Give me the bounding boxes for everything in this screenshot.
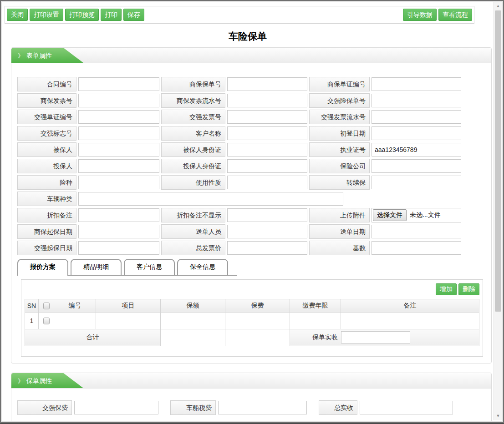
add-row-button[interactable]: 增加: [436, 283, 457, 295]
commercial-policy-no-input[interactable]: [227, 77, 307, 91]
form-properties-header: 》表单属性: [11, 48, 491, 63]
applicant-input[interactable]: [78, 159, 159, 173]
contract-no-input[interactable]: [78, 77, 159, 91]
commercial-cert-no-input[interactable]: [372, 77, 461, 91]
table-action-buttons: 增加 删除: [25, 283, 479, 295]
print-preview-button[interactable]: 打印预览: [65, 9, 99, 21]
vehicle-type-input[interactable]: [78, 192, 343, 206]
practice-cert-no-input[interactable]: [372, 143, 461, 156]
row-checkbox[interactable]: [43, 318, 50, 324]
quote-table: SN 编号 项目 保额 保费 缴费年限 备注 1: [25, 299, 479, 346]
cell-select: [39, 312, 54, 329]
guide-data-button[interactable]: 引导数据: [403, 9, 437, 21]
field-label-commercial-start-date: 商保起保日期: [17, 224, 76, 239]
cell-amount: [161, 312, 225, 329]
renewal-input[interactable]: [372, 176, 461, 189]
field-label-total-invoice-price: 总发票价: [161, 241, 225, 255]
tab-boutique-detail[interactable]: 精品明细: [71, 259, 122, 275]
base-number-input[interactable]: [372, 241, 461, 255]
actual-received-input[interactable]: [341, 331, 410, 343]
field-label-compulsory-invoice-serial: 交强发票流水号: [309, 110, 370, 124]
delivery-person-input[interactable]: [227, 225, 307, 238]
compulsory-policy-no-input[interactable]: [372, 94, 461, 107]
field-label-customer-name: 客户名称: [161, 126, 225, 141]
field-label-upload-attachment: 上传附件: [309, 208, 370, 222]
policy-properties-header-tab: 》保单属性: [11, 373, 84, 389]
section-marker-icon: 》: [18, 52, 24, 59]
table-footer-row: 合计 保单实收: [25, 329, 479, 346]
field-label-total-received: 总实收: [319, 400, 357, 415]
compulsory-cert-no-input[interactable]: [78, 110, 159, 124]
discount-remark-hidden-input[interactable]: [227, 208, 307, 222]
field-label-delivery-person: 送单人员: [161, 224, 225, 239]
insurance-type-input[interactable]: [78, 176, 159, 189]
scrollbar-thumb[interactable]: [495, 10, 501, 312]
field-label-compulsory-policy-no: 交强险保单号: [309, 93, 370, 108]
total-premium-cell: [225, 329, 290, 346]
field-label-compulsory-cert-no: 交强单证编号: [17, 110, 76, 124]
field-label-applicant-id-card: 投保人身份证: [161, 159, 225, 173]
first-registration-date-input[interactable]: [372, 126, 461, 140]
vehicle-vessel-tax-input[interactable]: [218, 401, 307, 414]
compulsory-start-date-input[interactable]: [78, 241, 159, 255]
page-content: 关闭 打印设置 打印预览 打印 保存 引导数据 查看流程 车险保单 》表单属性: [3, 2, 493, 421]
field-label-renewal: 转续保: [309, 175, 370, 190]
compulsory-premium-input[interactable]: [74, 401, 158, 414]
policy-properties-form: 交强保费 车船税费 总实收: [11, 389, 491, 415]
delete-row-button[interactable]: 删除: [458, 283, 479, 295]
commercial-invoice-no-input[interactable]: [78, 94, 159, 107]
view-process-button[interactable]: 查看流程: [438, 9, 472, 21]
field-label-applicant: 投保人: [17, 159, 76, 173]
upload-attachment-file-input[interactable]: 选择文件 未选...文件: [372, 208, 461, 222]
insurance-company-input[interactable]: [372, 159, 461, 173]
insured-id-card-input[interactable]: [227, 143, 307, 156]
discount-remark-input[interactable]: [78, 208, 159, 222]
policy-properties-panel: 》保单属性 交强保费 车船税费 总实收: [11, 373, 492, 421]
scroll-up-arrow-icon[interactable]: ▲: [494, 2, 502, 10]
tab-customer-info[interactable]: 客户信息: [124, 259, 175, 275]
print-button[interactable]: 打印: [101, 9, 122, 21]
save-button[interactable]: 保存: [123, 9, 144, 21]
tab-quote-plan[interactable]: 报价方案: [17, 259, 68, 276]
vertical-scrollbar[interactable]: ▲ ▼: [494, 2, 502, 420]
total-label-cell: 合计: [25, 329, 161, 346]
field-label-contract-no: 合同编号: [17, 77, 76, 91]
total-invoice-price-input[interactable]: [227, 241, 307, 255]
field-label-compulsory-start-date: 交强起保日期: [17, 241, 76, 255]
col-header-code: 编号: [54, 299, 96, 312]
field-label-compulsory-premium: 交强保费: [17, 400, 72, 415]
compulsory-invoice-no-input[interactable]: [227, 110, 307, 124]
compulsory-invoice-serial-input[interactable]: [372, 110, 461, 124]
col-header-select-all: [39, 299, 54, 312]
app-window: 关闭 打印设置 打印预览 打印 保存 引导数据 查看流程 车险保单 》表单属性: [0, 0, 504, 424]
page-title: 车险保单: [3, 30, 493, 43]
tab-preservation-info[interactable]: 保全信息: [177, 259, 228, 275]
policy-form: 合同编号 商保保单号 商保单证编号 商保发票号 商保发票流水号 交强险保单号 交…: [11, 63, 491, 255]
delivery-date-input[interactable]: [372, 225, 461, 238]
field-label-insured-id-card: 被保人身份证: [161, 142, 225, 157]
field-label-compulsory-mark-no: 交强标志号: [17, 126, 76, 141]
policy-properties-title: 保单属性: [26, 377, 52, 384]
field-pair-total-received: 总实收: [319, 400, 453, 415]
usage-nature-input[interactable]: [227, 176, 307, 189]
select-all-checkbox[interactable]: [43, 303, 50, 309]
quote-table-header-row: SN 编号 项目 保额 保费 缴费年限 备注: [25, 299, 479, 312]
close-button[interactable]: 关闭: [7, 9, 28, 21]
field-pair-compulsory-premium: 交强保费: [17, 400, 158, 415]
print-settings-button[interactable]: 打印设置: [30, 9, 63, 21]
commercial-start-date-input[interactable]: [78, 225, 159, 238]
compulsory-mark-no-input[interactable]: [78, 126, 159, 140]
total-received-input[interactable]: [360, 401, 453, 414]
field-label-commercial-invoice-serial: 商保发票流水号: [161, 93, 225, 108]
col-header-remark: 备注: [341, 299, 479, 312]
commercial-invoice-serial-input[interactable]: [227, 94, 307, 107]
field-label-practice-cert-no: 执业证号: [309, 142, 370, 157]
field-label-commercial-cert-no: 商保单证编号: [309, 77, 370, 91]
insured-person-input[interactable]: [78, 143, 159, 156]
choose-file-button[interactable]: 选择文件: [373, 209, 407, 221]
field-label-commercial-invoice-no: 商保发票号: [17, 93, 76, 108]
scroll-down-arrow-icon[interactable]: ▼: [494, 412, 502, 420]
applicant-id-card-input[interactable]: [227, 159, 307, 173]
col-header-premium: 保费: [225, 299, 290, 312]
customer-name-input[interactable]: [227, 126, 307, 140]
